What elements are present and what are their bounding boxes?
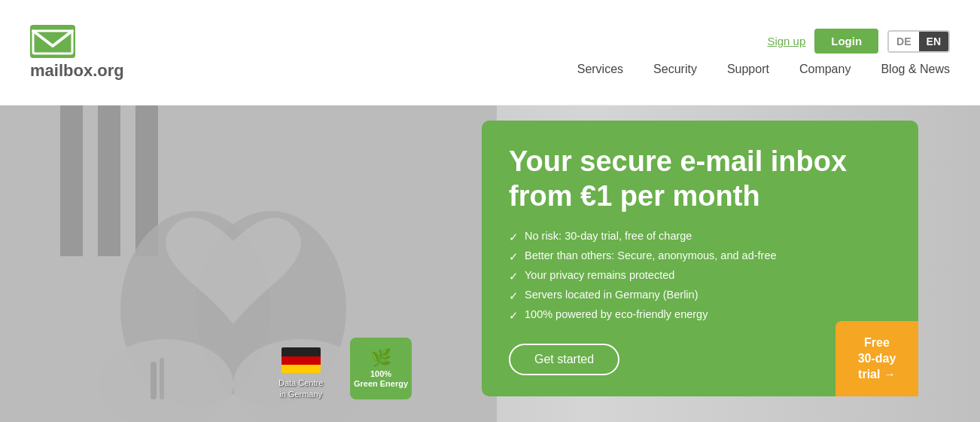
checkmark-icon-2: ✓ (509, 250, 519, 264)
german-flag (282, 347, 321, 373)
header-top-actions: Sign up Login DE EN (767, 29, 950, 54)
checkmark-icon-5: ✓ (509, 309, 519, 323)
nav-support[interactable]: Support (727, 63, 769, 76)
svg-rect-4 (98, 106, 120, 256)
nav-security[interactable]: Security (653, 63, 697, 76)
mailbox-logo-icon (30, 25, 75, 58)
free-trial-badge[interactable]: Free30-daytrial → (835, 321, 918, 396)
green-energy-text: 100%Green Energy (354, 369, 408, 389)
svg-rect-10 (151, 362, 157, 399)
hero-info-box: Your secure e-mail inbox from €1 per mon… (482, 121, 918, 396)
feature-item-3: ✓ Your privacy remains protected (509, 269, 891, 283)
hero-section: Data Centrein Germany 🌿 100%Green Energy… (0, 106, 980, 422)
leaf-icon: 🌿 (371, 348, 391, 368)
hero-features-list: ✓ No risk: 30-day trial, free of charge … (509, 230, 891, 323)
feature-item-4: ✓ Servers located in Germany (Berlin) (509, 289, 891, 303)
svg-rect-11 (160, 358, 164, 399)
lang-en-button[interactable]: EN (919, 32, 948, 51)
checkmark-icon-4: ✓ (509, 289, 519, 303)
login-button[interactable]: Login (814, 29, 878, 54)
feature-item-1: ✓ No risk: 30-day trial, free of charge (509, 230, 891, 244)
nav-company[interactable]: Company (799, 63, 851, 76)
logo-text[interactable]: mailbox.org (30, 61, 124, 81)
svg-rect-3 (60, 106, 83, 256)
feature-item-5: ✓ 100% powered by eco-friendly energy (509, 308, 891, 323)
lang-de-button[interactable]: DE (889, 32, 918, 51)
header: mailbox.org Sign up Login DE EN Services… (0, 0, 980, 106)
hero-title: Your secure e-mail inbox from €1 per mon… (509, 145, 891, 213)
logo-area: mailbox.org (30, 25, 124, 81)
green-energy-badge: 🌿 100%Green Energy (350, 338, 412, 399)
data-centre-badge: Data Centrein Germany (278, 347, 323, 399)
feature-item-2: ✓ Better than others: Secure, anonymous,… (509, 249, 891, 264)
nav-services[interactable]: Services (577, 63, 623, 76)
header-right: Sign up Login DE EN Services Security Su… (577, 29, 950, 76)
checkmark-icon-1: ✓ (509, 231, 519, 244)
data-centre-text: Data Centrein Germany (278, 378, 323, 399)
lang-switcher: DE EN (887, 30, 950, 53)
free-trial-text: Free30-daytrial → (858, 335, 896, 382)
get-started-button[interactable]: Get started (509, 344, 619, 375)
checkmark-icon-3: ✓ (509, 270, 519, 283)
nav-blog[interactable]: Blog & News (881, 63, 950, 76)
signup-link[interactable]: Sign up (767, 35, 805, 47)
main-nav: Services Security Support Company Blog &… (577, 63, 950, 76)
